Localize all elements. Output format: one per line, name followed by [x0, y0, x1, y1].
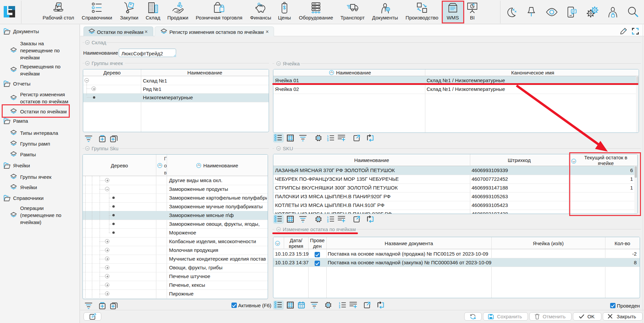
svg-text:3: 3 — [327, 139, 329, 142]
svg-text:3: 3 — [327, 220, 329, 223]
svg-text:3: 3 — [339, 306, 340, 309]
